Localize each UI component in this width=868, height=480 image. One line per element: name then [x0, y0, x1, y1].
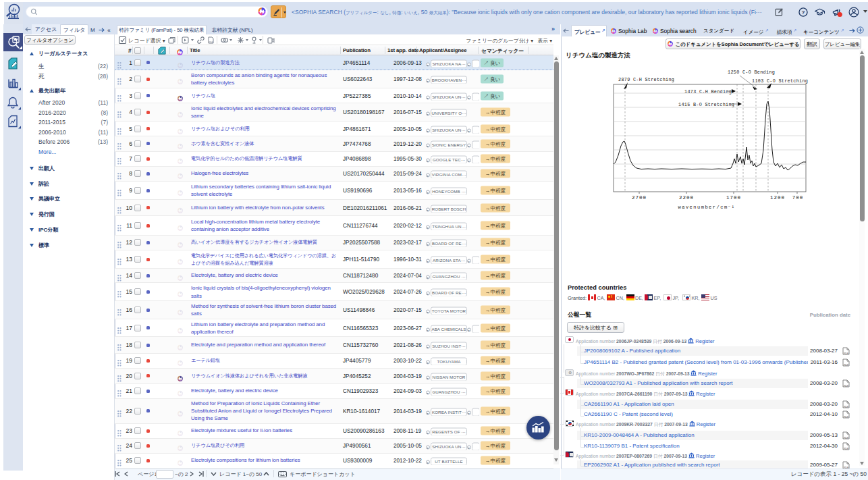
svg-text:1250 C-O Bending: 1250 C-O Bending — [728, 70, 775, 75]
svg-text:1415 B-O Stretching: 1415 B-O Stretching — [678, 102, 734, 107]
svg-text:1473 C-H Bending: 1473 C-H Bending — [684, 89, 732, 95]
svg-text:PDF: PDF — [844, 447, 849, 450]
svg-text:PDF: PDF — [844, 384, 849, 387]
svg-text:PDF: PDF — [844, 436, 849, 439]
svg-text:2200: 2200 — [679, 195, 694, 201]
svg-text:PDF: PDF — [844, 352, 849, 355]
svg-text:PDF: PDF — [844, 416, 849, 419]
svg-text:1700: 1700 — [726, 195, 741, 201]
svg-text:PDF: PDF — [844, 405, 849, 408]
svg-text:PDF: PDF — [844, 363, 849, 366]
svg-text:1103 C-O Stretching: 1103 C-O Stretching — [752, 78, 808, 84]
svg-text:wavenumber/cm⁻¹: wavenumber/cm⁻¹ — [678, 205, 735, 210]
svg-text:700: 700 — [792, 195, 804, 201]
svg-text:?: ? — [802, 9, 805, 16]
svg-text:PDF: PDF — [209, 41, 213, 44]
svg-text:1200: 1200 — [770, 195, 785, 201]
svg-text:2879 C-H Stretching: 2879 C-H Stretching — [618, 77, 674, 82]
svg-text:2700: 2700 — [632, 195, 647, 201]
